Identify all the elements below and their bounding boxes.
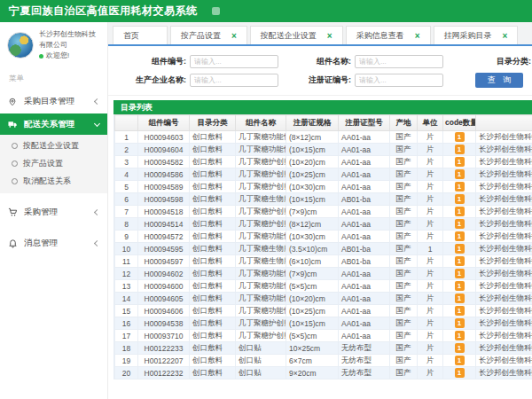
cell: 创口敷料 <box>190 131 236 144</box>
cell: 片 <box>418 342 443 355</box>
sidebar-subitem-2[interactable]: 取消配送关系 <box>0 172 107 190</box>
component-no-input[interactable] <box>190 55 278 68</box>
code-count-badge: 1 <box>455 256 465 266</box>
cell: 13 <box>115 280 138 293</box>
sidebar-item-1[interactable]: 配送关系管理 <box>0 113 107 135</box>
table-row[interactable]: 12H00094602创口敷料几丁聚糖功能性护(7×9)cmAA01-aa国产片… <box>115 268 532 280</box>
cell: (5×5)cm <box>286 280 339 293</box>
sidebar-item-0[interactable]: 采购目录管理 <box>0 90 107 113</box>
table-row[interactable]: 16H00094538创口敷料几丁聚糖护创贴（(10×15)cmAA01-aa国… <box>115 317 532 330</box>
cell: H00093710 <box>138 330 190 342</box>
cell: 几丁聚糖功能性护 <box>236 268 286 280</box>
table-row[interactable]: 7H00094518创口敷料几丁聚糖护创贴（(7×9)cmAA01-aa国产片1… <box>115 206 532 218</box>
cell: AA01-aa <box>339 181 390 193</box>
table-row[interactable]: 6H00094598创口敷料几丁聚糖生物膜(10×15)cmAB01-ba国产片… <box>115 193 532 206</box>
topbar: 宁夏回族自治区高值医用耗材交易系统 <box>0 0 532 22</box>
code-count-badge: 1 <box>455 343 465 353</box>
cell: 片 <box>418 305 443 317</box>
table-row[interactable]: 10H00094595创口敷料几丁聚糖生物膜(3.5×10)cmAB01-ba国… <box>115 243 532 255</box>
tab-close-icon[interactable]: × <box>231 31 237 41</box>
cell: (10×20)cm <box>286 156 339 168</box>
cell: 国产 <box>390 342 418 355</box>
table-row[interactable]: 5H00094589创口敷料几丁聚糖护创贴（(10×30)cmAA01-aa国产… <box>115 181 532 193</box>
cell: 片 <box>418 280 443 293</box>
code-count-cell: 1 <box>443 131 476 144</box>
cell: 10 <box>115 243 138 255</box>
table-row[interactable]: 14H00094605创口敷料几丁聚糖功能性护(10×20)cmAA01-aa国… <box>115 293 532 305</box>
cell: 长沙邦创生物科技有限公司 <box>476 268 532 280</box>
cell: (6×10)cm <box>286 255 339 268</box>
table-row[interactable]: 17H00093710创口敷料几丁聚糖护创贴（(5×5)cmAA01-aa国产片… <box>115 330 532 342</box>
column-header: 产地 <box>390 115 418 131</box>
cell: 国产 <box>390 280 418 293</box>
table-row[interactable]: 20H00122232创口敷料创口贴9×20cm无纺布型国产片1长沙邦创生物科技… <box>115 367 532 379</box>
cell: AA01-aa <box>339 206 390 218</box>
code-count-cell: 1 <box>443 168 476 181</box>
table-row[interactable]: 1H00094603创口敷料几丁聚糖功能性护(8×12)cmAA01-aa国产片… <box>115 131 532 144</box>
cell: 片 <box>418 293 443 305</box>
cell: 几丁聚糖护创贴（ <box>236 156 286 168</box>
code-count-badge: 1 <box>455 231 465 241</box>
table-row[interactable]: 19H00122207创口敷料创口贴6×7cm无纺布型国产片1长沙邦创生物科技有… <box>115 355 532 367</box>
sidebar-subitem-0[interactable]: 按配送企业设置 <box>0 137 107 154</box>
tab-3[interactable]: 采购信息查看× <box>346 26 431 44</box>
cell: 片 <box>418 367 443 379</box>
manufacturer-input[interactable] <box>190 74 278 87</box>
query-button[interactable]: 查 询 <box>475 73 523 88</box>
field-label-cert-no: 注册证编号: <box>278 74 355 86</box>
cell: 创口敷料 <box>190 156 236 168</box>
tab-close-icon[interactable]: × <box>415 31 420 41</box>
cell: 创口贴 <box>236 355 286 367</box>
tab-0[interactable]: 首页 <box>113 26 168 44</box>
code-count-badge: 1 <box>455 281 465 291</box>
menu-section-label: 菜单 <box>0 66 107 90</box>
table-row[interactable]: 11H00094597创口敷料几丁聚糖生物膜(6×10)cmAB01-ba国产片… <box>115 255 532 268</box>
chevron-icon <box>94 98 100 105</box>
table-row[interactable]: 13H00094600创口敷料几丁聚糖功能性护(5×5)cmAA01-aa国产片… <box>115 280 532 293</box>
table-row[interactable]: 8H00094514创口敷料几丁聚糖护创贴（(8×12)cmAA01-aa国产片… <box>115 218 532 231</box>
cell: 国产 <box>390 268 418 280</box>
cell: AA01-aa <box>339 268 390 280</box>
cell: 创口敷料 <box>190 280 236 293</box>
avatar <box>7 32 34 59</box>
menu-toggle-icon[interactable] <box>212 7 220 15</box>
tab-4[interactable]: 挂网采购目录× <box>434 26 519 44</box>
table-row[interactable]: 3H00094582创口敷料几丁聚糖护创贴（(10×20)cmAA01-aa国产… <box>115 156 532 168</box>
code-count-badge: 1 <box>455 182 465 192</box>
code-count-cell: 1 <box>443 355 476 367</box>
tab-2[interactable]: 按配送企业设置× <box>250 26 343 44</box>
sidebar-subitem-label: 按配送企业设置 <box>23 140 79 152</box>
cell: 9×20cm <box>286 367 339 379</box>
cert-no-input[interactable] <box>355 74 443 87</box>
cell: (3.5×10)cm <box>286 243 339 255</box>
table-row[interactable]: 4H00094586创口敷料几丁聚糖护创贴（(10×25)cmAA01-aa国产… <box>115 168 532 181</box>
cell: 几丁聚糖护创贴（ <box>236 206 286 218</box>
component-name-input[interactable] <box>355 55 443 68</box>
tab-close-icon[interactable]: × <box>503 31 508 41</box>
sidebar-item-2[interactable]: 采购管理 <box>0 200 107 224</box>
cell: 长沙邦创生物科技有限公司 <box>476 255 532 268</box>
cell: 片 <box>418 330 443 342</box>
cell: H00094605 <box>138 293 190 305</box>
cell: 几丁聚糖护创贴（ <box>236 218 286 231</box>
cell: AA01-aa <box>339 293 390 305</box>
code-count-badge: 1 <box>455 269 465 278</box>
sidebar-subitem-1[interactable]: 按产品设置 <box>0 154 107 172</box>
tab-close-icon[interactable]: × <box>327 31 332 41</box>
table-row[interactable]: 15H00094606创口敷料几丁聚糖功能性护(10×25)cmAA01-aa国… <box>115 305 532 317</box>
cell: 国产 <box>390 305 418 317</box>
cell: 长沙邦创生物科技有限公司 <box>476 131 532 144</box>
sidebar-item-3[interactable]: 消息管理 <box>0 231 107 255</box>
table-row[interactable]: 18H00122233创口敷料创口贴10×25cm无纺布型国产片1长沙邦创生物科… <box>115 342 532 355</box>
cell: 创口敷料 <box>190 243 236 255</box>
cell: 5 <box>115 181 138 193</box>
cell: H00094600 <box>138 280 190 293</box>
table-row[interactable]: 9H00094572创口敷料几丁聚糖功能性护(10×30)cmAA01-aa国产… <box>115 231 532 243</box>
cell: 4 <box>115 168 138 181</box>
table-row[interactable]: 2H00094604创口敷料几丁聚糖功能性护(10×15)cmAA01-aa国产… <box>115 144 532 156</box>
cell: 几丁聚糖功能性护 <box>236 144 286 156</box>
cell: (10×30)cm <box>286 181 339 193</box>
cell: H00094595 <box>138 243 190 255</box>
catalog-panel: 目录列表 组件编号目录分类组件名称注册证规格注册证型号产地单位code数量生产企… <box>113 100 532 399</box>
tab-1[interactable]: 按产品设置× <box>170 26 247 44</box>
